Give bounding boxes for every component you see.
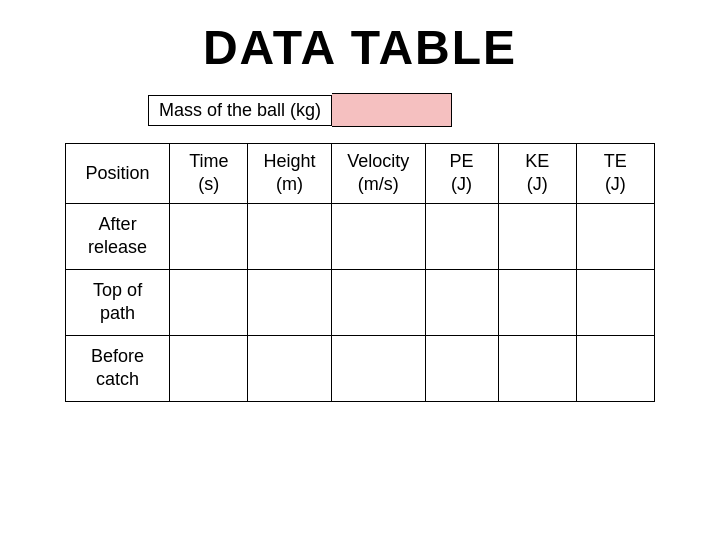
pe-before-catch[interactable]	[425, 335, 498, 401]
velocity-before-catch[interactable]	[331, 335, 425, 401]
col-header-ke: KE(J)	[498, 144, 576, 204]
table-header-row: Position Time(s) Height(m) Velocity(m/s)…	[66, 144, 655, 204]
ke-after-release[interactable]	[498, 203, 576, 269]
height-after-release[interactable]	[248, 203, 331, 269]
page-title: DATA TABLE	[203, 20, 517, 75]
velocity-top-of-path[interactable]	[331, 269, 425, 335]
velocity-after-release[interactable]	[331, 203, 425, 269]
position-top-of-path: Top ofpath	[66, 269, 170, 335]
te-before-catch[interactable]	[576, 335, 654, 401]
table-row: Afterrelease	[66, 203, 655, 269]
te-top-of-path[interactable]	[576, 269, 654, 335]
height-before-catch[interactable]	[248, 335, 331, 401]
table-row: Top ofpath	[66, 269, 655, 335]
col-header-position: Position	[66, 144, 170, 204]
table-row: Beforecatch	[66, 335, 655, 401]
ke-top-of-path[interactable]	[498, 269, 576, 335]
position-after-release: Afterrelease	[66, 203, 170, 269]
height-top-of-path[interactable]	[248, 269, 331, 335]
pe-after-release[interactable]	[425, 203, 498, 269]
position-before-catch: Beforecatch	[66, 335, 170, 401]
time-after-release[interactable]	[170, 203, 248, 269]
col-header-height: Height(m)	[248, 144, 331, 204]
col-header-velocity: Velocity(m/s)	[331, 144, 425, 204]
col-header-te: TE(J)	[576, 144, 654, 204]
ke-before-catch[interactable]	[498, 335, 576, 401]
time-before-catch[interactable]	[170, 335, 248, 401]
pe-top-of-path[interactable]	[425, 269, 498, 335]
col-header-time: Time(s)	[170, 144, 248, 204]
mass-input-box[interactable]	[332, 93, 452, 127]
col-header-pe: PE(J)	[425, 144, 498, 204]
te-after-release[interactable]	[576, 203, 654, 269]
mass-row: Mass of the ball (kg)	[148, 93, 452, 127]
data-table: Position Time(s) Height(m) Velocity(m/s)…	[65, 143, 655, 402]
time-top-of-path[interactable]	[170, 269, 248, 335]
mass-label: Mass of the ball (kg)	[148, 95, 332, 126]
